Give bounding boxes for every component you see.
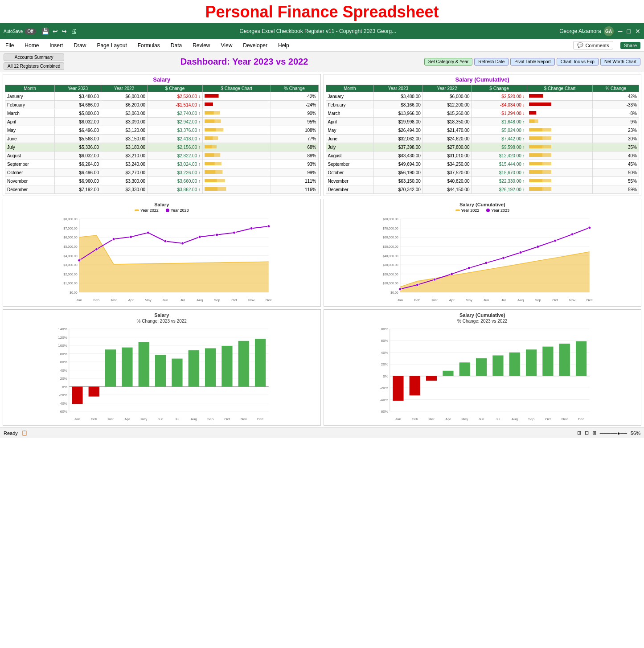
svg-rect-206	[426, 376, 436, 381]
menu-draw[interactable]: Draw	[72, 41, 88, 49]
cell-2022: $3,090.00	[101, 118, 148, 126]
svg-text:20%: 20%	[381, 362, 388, 366]
svg-text:$3,000.00: $3,000.00	[64, 263, 78, 267]
net-worth-button[interactable]: Net Worth Chart	[600, 58, 640, 66]
cell-chart	[527, 101, 593, 109]
refresh-date-button[interactable]: Refresh Date	[474, 58, 509, 66]
svg-rect-25	[529, 94, 543, 98]
cell-2022: $3,270.00	[101, 168, 148, 177]
cell-chart	[527, 135, 593, 143]
menu-data[interactable]: Data	[169, 41, 184, 49]
svg-text:May: May	[461, 417, 468, 421]
svg-rect-211	[509, 353, 520, 376]
menu-view[interactable]: View	[219, 41, 234, 49]
cell-chart	[527, 177, 593, 185]
undo-icon[interactable]: ↩	[53, 28, 58, 35]
svg-rect-33	[529, 128, 542, 131]
salary-table-title: Salary	[5, 76, 319, 83]
svg-point-81	[95, 248, 98, 250]
status-right: ⊞ ⊟ ⊠ ─────●── 56%	[577, 430, 640, 436]
cell-2023: $6,960.00	[55, 177, 101, 185]
salary-line-chart-title: Salary	[6, 202, 318, 207]
menu-page-layout[interactable]: Page Layout	[95, 41, 128, 49]
svg-text:Apr: Apr	[445, 417, 451, 421]
main-content: Salary Month Year 2023 Year 2022 $ Chang…	[0, 72, 644, 427]
chart-inc-exp-button[interactable]: Chart: Inc vs Exp	[557, 58, 599, 66]
minimize-icon[interactable]: ─	[618, 28, 623, 35]
cell-2023: $6,032.00	[55, 118, 101, 126]
share-button[interactable]: Share	[620, 42, 640, 49]
svg-rect-35	[529, 136, 542, 140]
menu-insert[interactable]: Insert	[48, 41, 65, 49]
menu-help[interactable]: Help	[276, 41, 291, 49]
comments-button[interactable]: 💬 Comments	[573, 41, 613, 49]
cell-month: December	[326, 185, 374, 194]
svg-rect-11	[205, 136, 213, 140]
cell-2022: $3,060.00	[101, 109, 148, 118]
svg-point-84	[147, 231, 149, 234]
redo-icon[interactable]: ↪	[62, 28, 67, 35]
tables-row: Salary Month Year 2023 Year 2022 $ Chang…	[3, 74, 641, 196]
comments-label: Comments	[585, 43, 609, 48]
menu-review[interactable]: Review	[191, 41, 212, 49]
svg-point-91	[267, 225, 270, 228]
table-row: December $7,192.00 $3,330.00 $3,862.00 ↑…	[5, 185, 319, 194]
cum-legend-2023-label: Year 2023	[491, 208, 509, 213]
cell-month: April	[5, 118, 55, 126]
svg-point-134	[571, 233, 574, 236]
layout-icon[interactable]: ⊟	[585, 430, 589, 436]
close-icon[interactable]: ✕	[635, 28, 640, 35]
grid-icon[interactable]: ⊞	[577, 430, 581, 436]
toolbar-left: Accounts Summary All 12 Registers Combin…	[4, 53, 64, 70]
page-icon[interactable]: ⊠	[592, 430, 596, 436]
cell-2023: $8,166.00	[374, 101, 423, 109]
all-registers-button[interactable]: All 12 Registers Combined	[4, 62, 64, 70]
accounts-summary-button[interactable]: Accounts Summary	[4, 53, 64, 61]
pivot-table-button[interactable]: Pivot Table Report	[510, 58, 555, 66]
zoom-slider[interactable]: ─────●──	[600, 431, 627, 436]
maximize-icon[interactable]: □	[627, 28, 631, 35]
print-icon[interactable]: 🖨	[70, 28, 77, 35]
svg-text:Jul: Jul	[180, 298, 185, 302]
salary-cum-table-title: Salary (Cumulative)	[326, 76, 640, 83]
svg-point-132	[536, 246, 539, 248]
set-category-button[interactable]: Set Category & Year	[424, 58, 473, 66]
table-row: May $26,494.00 $21,470.00 $5,024.00 ↑ 23…	[326, 126, 639, 135]
col-cum-month: Month	[326, 85, 374, 92]
salary-cum-line-chart-svg: $0.00$10,000.00$20,000.00$30,000.00$40,0…	[327, 214, 639, 303]
svg-rect-39	[529, 153, 542, 157]
menu-file[interactable]: File	[4, 41, 16, 49]
cell-chart	[527, 109, 593, 118]
cell-pct: 55%	[593, 177, 639, 185]
svg-rect-169	[205, 348, 216, 386]
svg-rect-41	[529, 162, 542, 165]
svg-rect-164	[122, 348, 132, 387]
cell-change: $1,648.00 ↑	[472, 118, 527, 126]
svg-text:120%: 120%	[58, 336, 67, 340]
svg-text:$60,000.00: $60,000.00	[382, 236, 398, 239]
salary-cumulative-table: Month Year 2023 Year 2022 $ Change $ Cha…	[326, 85, 640, 194]
cell-change: $7,442.00 ↑	[472, 135, 527, 143]
save-icon[interactable]: 💾	[41, 28, 49, 35]
cell-pct: 45%	[593, 160, 639, 168]
table-row: April $19,998.00 $18,350.00 $1,648.00 ↑ …	[326, 118, 639, 126]
svg-text:$20,000.00: $20,000.00	[382, 273, 398, 276]
cell-change: $18,670.00 ↑	[472, 168, 527, 177]
cell-chart	[202, 152, 271, 160]
cell-month: August	[5, 152, 55, 160]
salary-line-chart-svg: $0.00$1,000.00$2,000.00$3,000.00$4,000.0…	[6, 214, 318, 303]
menu-developer[interactable]: Developer	[241, 41, 269, 49]
cell-change: $12,420.00 ↑	[472, 152, 527, 160]
svg-rect-15	[205, 153, 214, 157]
excel-ribbon: AutoSave Off 💾 ↩ ↪ 🖨 Georges Excel Check…	[0, 23, 644, 39]
menu-formulas[interactable]: Formulas	[136, 41, 162, 49]
svg-text:Jan: Jan	[395, 417, 401, 421]
cell-change: -$2,520.00 ↓	[148, 92, 203, 101]
cell-change: $3,862.00 ↑	[148, 185, 203, 194]
autosave-toggle[interactable]: Off	[25, 29, 36, 34]
cell-month: January	[326, 92, 374, 101]
svg-text:$10,000.00: $10,000.00	[382, 282, 398, 285]
svg-text:Jan: Jan	[397, 298, 403, 302]
cell-2022: $15,260.00	[422, 109, 472, 118]
menu-home[interactable]: Home	[23, 41, 41, 49]
